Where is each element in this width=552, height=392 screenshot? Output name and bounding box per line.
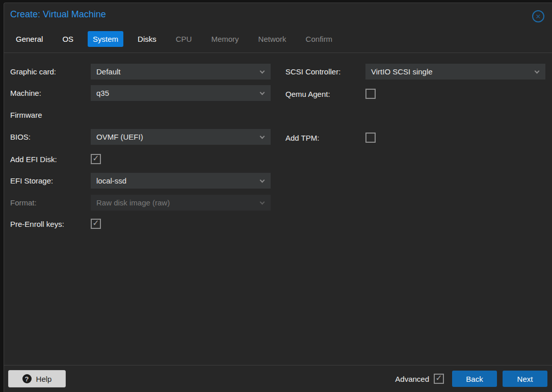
tab-memory: Memory bbox=[206, 31, 244, 47]
help-button-label: Help bbox=[36, 375, 52, 383]
question-circle-icon: ? bbox=[22, 374, 32, 383]
chevron-down-icon bbox=[260, 178, 265, 183]
next-button[interactable]: Next bbox=[503, 371, 547, 387]
tab-confirm: Confirm bbox=[301, 31, 338, 47]
efi-storage-value: local-ssd bbox=[96, 176, 126, 185]
bios-select[interactable]: OVMF (UEFI) bbox=[91, 129, 271, 145]
machine-select[interactable]: q35 bbox=[91, 85, 271, 101]
scsi-controller-value: VirtIO SCSI single bbox=[371, 67, 433, 76]
chevron-down-icon bbox=[260, 69, 265, 74]
advanced-checkbox[interactable]: ✓ bbox=[434, 374, 444, 384]
machine-value: q35 bbox=[96, 89, 109, 97]
dialog-footer: ? Help Advanced ✓ Back Next bbox=[4, 365, 552, 392]
firmware-section-label: Firmware bbox=[10, 111, 42, 119]
firmware-section-row: Firmware bbox=[10, 111, 42, 119]
pre-enroll-keys-row: Pre-Enroll keys: ✓ bbox=[10, 219, 101, 229]
chevron-down-icon bbox=[260, 134, 265, 139]
dialog-title: Create: Virtual Machine bbox=[10, 9, 106, 20]
back-button[interactable]: Back bbox=[452, 371, 497, 387]
graphic-card-row: Graphic card: Default bbox=[10, 64, 271, 80]
footer-actions: Advanced ✓ Back Next bbox=[395, 371, 548, 387]
check-icon: ✓ bbox=[435, 374, 442, 382]
help-button[interactable]: ? Help bbox=[8, 370, 66, 387]
qemu-agent-row: Qemu Agent: bbox=[285, 89, 376, 99]
pre-enroll-keys-checkbox[interactable]: ✓ bbox=[91, 219, 101, 229]
scsi-controller-label: SCSI Controller: bbox=[285, 67, 365, 76]
close-glyph: ✕ bbox=[536, 13, 541, 20]
add-efi-disk-row: Add EFI Disk: ✓ bbox=[10, 154, 101, 164]
wizard-tabs: General OS System Disks CPU Memory Netwo… bbox=[11, 31, 337, 47]
dialog-header: Create: Virtual Machine ✕ General OS Sys… bbox=[4, 3, 552, 53]
efi-storage-row: EFI Storage: local-ssd bbox=[10, 173, 271, 189]
chevron-down-icon bbox=[260, 90, 265, 95]
create-vm-dialog: Create: Virtual Machine ✕ General OS Sys… bbox=[4, 3, 552, 392]
tab-disks[interactable]: Disks bbox=[133, 31, 162, 47]
pre-enroll-keys-label: Pre-Enroll keys: bbox=[10, 220, 91, 228]
add-tpm-checkbox[interactable] bbox=[365, 133, 376, 143]
tab-os[interactable]: OS bbox=[57, 31, 78, 47]
format-value: Raw disk image (raw) bbox=[96, 198, 170, 207]
qemu-agent-label: Qemu Agent: bbox=[285, 90, 365, 98]
bios-row: BIOS: OVMF (UEFI) bbox=[10, 129, 271, 145]
scsi-controller-select[interactable]: VirtIO SCSI single bbox=[365, 64, 545, 80]
format-label: Format: bbox=[10, 198, 91, 207]
efi-storage-label: EFI Storage: bbox=[10, 176, 91, 185]
bios-label: BIOS: bbox=[10, 133, 91, 141]
format-row: Format: Raw disk image (raw) bbox=[10, 195, 271, 211]
graphic-card-value: Default bbox=[96, 67, 121, 76]
chevron-down-icon bbox=[535, 69, 540, 74]
question-glyph: ? bbox=[25, 375, 29, 383]
bios-value: OVMF (UEFI) bbox=[96, 133, 143, 141]
tab-general[interactable]: General bbox=[11, 31, 48, 47]
graphic-card-label: Graphic card: bbox=[10, 67, 91, 76]
add-tpm-row: Add TPM: bbox=[285, 133, 376, 143]
machine-label: Machine: bbox=[10, 89, 91, 97]
qemu-agent-checkbox[interactable] bbox=[365, 89, 376, 99]
add-efi-disk-label: Add EFI Disk: bbox=[10, 155, 91, 164]
check-icon: ✓ bbox=[92, 219, 99, 227]
tab-system[interactable]: System bbox=[88, 31, 123, 47]
chevron-down-icon bbox=[260, 200, 265, 205]
add-efi-disk-checkbox[interactable]: ✓ bbox=[91, 154, 101, 164]
tab-network: Network bbox=[253, 31, 292, 47]
check-icon: ✓ bbox=[92, 154, 99, 163]
tab-cpu: CPU bbox=[171, 31, 197, 47]
add-tpm-label: Add TPM: bbox=[285, 134, 365, 142]
scsi-controller-row: SCSI Controller: VirtIO SCSI single bbox=[285, 64, 545, 80]
close-icon[interactable]: ✕ bbox=[532, 10, 544, 22]
advanced-label: Advanced bbox=[395, 375, 429, 383]
dialog-body: Graphic card: Default Machine: q35 Firmw… bbox=[4, 54, 552, 365]
efi-storage-select[interactable]: local-ssd bbox=[91, 173, 271, 189]
machine-row: Machine: q35 bbox=[10, 85, 271, 101]
graphic-card-select[interactable]: Default bbox=[91, 64, 271, 80]
format-select: Raw disk image (raw) bbox=[91, 195, 271, 211]
